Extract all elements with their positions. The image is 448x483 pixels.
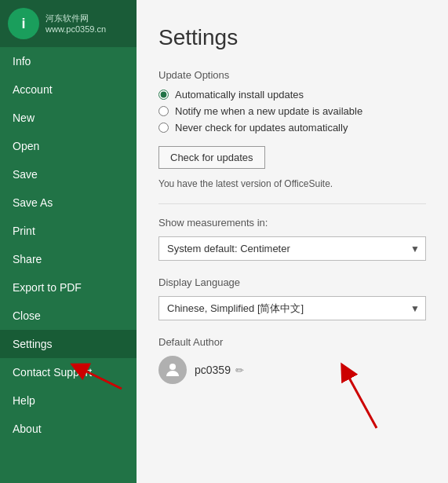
edit-icon[interactable]: ✏ <box>235 364 244 376</box>
logo-icon: i <box>8 8 39 39</box>
update-options-label: Update Options <box>158 69 426 81</box>
sidebar-item-new[interactable]: New <box>0 104 137 132</box>
author-name-text: pc0359 <box>195 364 231 376</box>
person-icon <box>163 360 182 379</box>
sidebar-item-label: Contact Support <box>13 366 92 379</box>
measurements-label: Show measurements in: <box>158 217 426 229</box>
display-language-label: Display Language <box>158 276 426 288</box>
sidebar-item-export-to-pdf[interactable]: Export to PDF <box>0 273 137 302</box>
svg-text:i: i <box>21 16 25 31</box>
sidebar-item-close[interactable]: Close <box>0 302 137 330</box>
radio-auto-input[interactable] <box>158 90 169 100</box>
sidebar-item-label: Info <box>13 55 31 68</box>
radio-auto-label: Automatically install updates <box>175 89 304 101</box>
radio-notify-input[interactable] <box>158 106 169 116</box>
check-updates-button[interactable]: Check for updates <box>158 146 265 169</box>
default-author-section: Default Author pc0359 ✏ <box>158 336 426 384</box>
sidebar-item-open[interactable]: Open <box>0 132 137 160</box>
divider-1 <box>158 203 426 204</box>
sidebar-item-label: Save As <box>13 196 53 209</box>
sidebar: i 河东软件网 www.pc0359.cn Info Account New O… <box>0 0 137 483</box>
author-row: pc0359 ✏ <box>158 356 426 384</box>
avatar <box>158 356 187 384</box>
radio-never-label: Never check for updates automatically <box>175 122 348 134</box>
sidebar-item-print[interactable]: Print <box>0 217 137 245</box>
display-language-section: Display Language Chinese, Simplified [简体… <box>158 276 426 320</box>
main-content: Settings Update Options Automatically in… <box>137 0 448 483</box>
radio-notify[interactable]: Notify me when a new update is available <box>158 105 426 117</box>
sidebar-item-save-as[interactable]: Save As <box>0 188 137 217</box>
display-language-select[interactable]: Chinese, Simplified [简体中文] English Frenc… <box>158 296 426 320</box>
app-logo: i 河东软件网 www.pc0359.cn <box>0 0 137 47</box>
sidebar-item-contact-support[interactable]: Contact Support <box>0 358 137 386</box>
author-name-wrapper: pc0359 ✏ <box>195 364 244 376</box>
sidebar-item-save[interactable]: Save <box>0 160 137 188</box>
sidebar-item-label: Print <box>13 225 35 237</box>
sidebar-item-label: Settings <box>13 338 53 350</box>
sidebar-item-account[interactable]: Account <box>0 75 137 104</box>
sidebar-item-label: Account <box>13 83 53 96</box>
sidebar-item-share[interactable]: Share <box>0 245 137 273</box>
svg-point-2 <box>169 364 176 370</box>
sidebar-item-label: Save <box>13 168 38 181</box>
measurements-section: Show measurements in: System default: Ce… <box>158 217 426 261</box>
radio-never-input[interactable] <box>158 123 169 133</box>
display-language-dropdown-wrapper: Chinese, Simplified [简体中文] English Frenc… <box>158 296 426 320</box>
measurements-dropdown-wrapper: System default: Centimeter Inches Centim… <box>158 236 426 261</box>
sidebar-item-label: Export to PDF <box>13 281 82 294</box>
sidebar-item-help[interactable]: Help <box>0 386 137 415</box>
sidebar-item-label: Share <box>13 253 42 265</box>
version-text: You have the latest version of OfficeSui… <box>158 178 426 189</box>
sidebar-item-info[interactable]: Info <box>0 47 137 75</box>
sidebar-item-label: Close <box>13 309 41 322</box>
sidebar-item-about[interactable]: About <box>0 415 137 443</box>
update-options-section: Update Options Automatically install upd… <box>158 69 426 189</box>
logo-text: 河东软件网 www.pc0359.cn <box>46 13 106 35</box>
radio-never[interactable]: Never check for updates automatically <box>158 122 426 134</box>
sidebar-item-settings[interactable]: Settings <box>0 330 137 358</box>
default-author-label: Default Author <box>158 336 426 348</box>
sidebar-item-label: Open <box>13 140 39 152</box>
radio-auto-install[interactable]: Automatically install updates <box>158 89 426 101</box>
update-radio-group: Automatically install updates Notify me … <box>158 89 426 134</box>
sidebar-item-label: About <box>13 423 42 435</box>
sidebar-item-label: New <box>13 112 35 124</box>
radio-notify-label: Notify me when a new update is available <box>175 105 362 117</box>
sidebar-item-label: Help <box>13 394 35 407</box>
page-title: Settings <box>158 25 426 50</box>
measurements-select[interactable]: System default: Centimeter Inches Centim… <box>158 236 426 261</box>
